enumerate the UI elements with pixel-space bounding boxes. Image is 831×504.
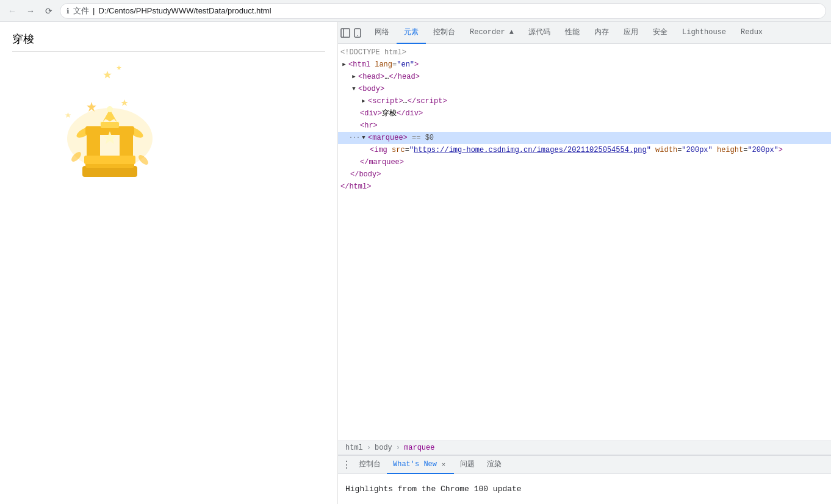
back-button[interactable]: ← (5, 4, 20, 18)
forward-button[interactable]: → (23, 4, 38, 18)
triangle-icon[interactable]: ▶ (360, 98, 367, 105)
breadcrumb-body[interactable]: body (372, 442, 395, 453)
svg-marker-1 (103, 71, 111, 79)
breadcrumb-marquee[interactable]: marquee (401, 442, 437, 453)
reload-button[interactable]: ⟳ (41, 4, 56, 18)
tab-console[interactable]: 控制台 (426, 22, 462, 44)
tab-application[interactable]: 应用 (616, 22, 646, 44)
svg-point-13 (107, 106, 113, 112)
tab-issues[interactable]: 问题 (454, 456, 481, 474)
file-label: 文件 (73, 5, 89, 16)
dom-line[interactable]: ▶ <script> … </script> (338, 95, 831, 107)
svg-marker-19 (121, 99, 128, 106)
svg-marker-18 (65, 112, 71, 118)
dom-line[interactable]: </marquee> (338, 156, 831, 168)
tab-console-bottom[interactable]: 控制台 (353, 456, 387, 474)
breadcrumb-bar: html › body › marquee (338, 441, 831, 455)
browser-toolbar: ← → ⟳ ℹ 文件 | D:/Centos/PHPstudyWWW/testD… (0, 0, 831, 22)
svg-point-25 (357, 35, 358, 36)
svg-marker-3 (117, 65, 121, 70)
bottom-content-text: Highlights from the Chrome 100 update (345, 484, 522, 494)
url-path: D:/Centos/PHPstudyWWW/testData/product.h… (98, 6, 271, 15)
dom-line[interactable]: <div> 穿梭 </div> (338, 107, 831, 120)
img-src-link[interactable]: https://img-home.csdnimg.cn/images/20211… (414, 146, 647, 154)
bottom-panel: ⋮ 控制台 What's New ✕ 问题 渲染 Highlights from… (338, 455, 831, 504)
breadcrumb-sep: › (396, 444, 400, 452)
tab-rendering[interactable]: 渲染 (481, 456, 508, 474)
page-view: 穿梭 (0, 22, 338, 504)
page-marquee (12, 59, 325, 193)
breadcrumb-sep: › (367, 444, 371, 452)
tab-memory[interactable]: 内存 (587, 22, 616, 44)
tab-network[interactable]: 网络 (367, 22, 397, 44)
close-whatsnew-button[interactable]: ✕ (439, 460, 448, 469)
page-hr (12, 51, 325, 52)
dom-line-marquee[interactable]: ··· ▼ <marquee> == $0 (338, 132, 831, 144)
dom-line[interactable]: <!DOCTYPE html> (338, 46, 831, 59)
devtools-tab-bar: 网络 元素 控制台 Recorder ▲ 源代码 性能 内存 应用 安全 Lig… (338, 22, 831, 44)
inspect-icon[interactable] (340, 28, 350, 38)
bottom-content: Highlights from the Chrome 100 update (338, 474, 831, 504)
dom-line[interactable]: </html> (338, 181, 831, 193)
trophy-image (49, 65, 171, 187)
svg-rect-10 (84, 156, 135, 164)
dom-line[interactable]: ▼ <body> (338, 83, 831, 95)
bottom-menu-button[interactable]: ⋮ (340, 459, 353, 471)
dots-menu-button[interactable]: ··· (350, 134, 359, 142)
info-icon: ℹ (67, 7, 70, 15)
url-separator: | (93, 6, 95, 15)
svg-rect-22 (341, 29, 350, 37)
main-area: 穿梭 (0, 22, 831, 504)
tab-security[interactable]: 安全 (646, 22, 675, 44)
device-icon[interactable] (353, 28, 362, 38)
tab-lighthouse[interactable]: Lighthouse (675, 22, 733, 44)
devtools-panel: 网络 元素 控制台 Recorder ▲ 源代码 性能 内存 应用 安全 Lig… (338, 22, 831, 504)
dom-tree: <!DOCTYPE html> ▶ <html lang = "en" > ▶ … (338, 44, 831, 441)
dom-line[interactable]: ▶ <html lang = "en" > (338, 59, 831, 71)
dom-line[interactable]: ▶ <head> … </head> (338, 71, 831, 83)
tab-elements[interactable]: 元素 (397, 22, 426, 44)
tab-whatsnew[interactable]: What's New ✕ (387, 456, 454, 474)
dom-line[interactable]: </body> (338, 168, 831, 181)
tab-recorder[interactable]: Recorder ▲ (462, 22, 521, 44)
tab-sources[interactable]: 源代码 (521, 22, 558, 44)
bottom-tab-bar: ⋮ 控制台 What's New ✕ 问题 渲染 (338, 456, 831, 474)
dom-line-img[interactable]: <img src = "https://img-home.csdnimg.cn/… (338, 144, 831, 156)
triangle-icon[interactable]: ▶ (350, 73, 358, 81)
address-bar[interactable]: ℹ 文件 | D:/Centos/PHPstudyWWW/testData/pr… (60, 3, 826, 19)
tab-redux[interactable]: Redux (733, 22, 770, 44)
triangle-icon[interactable]: ▼ (360, 134, 367, 142)
svg-rect-16 (101, 122, 119, 128)
tab-performance[interactable]: 性能 (558, 22, 587, 44)
triangle-icon[interactable]: ▼ (350, 85, 358, 93)
dom-line[interactable]: <hr> (338, 120, 831, 132)
breadcrumb-html[interactable]: html (343, 442, 365, 453)
triangle-icon[interactable]: ▶ (340, 61, 348, 68)
page-title: 穿梭 (12, 32, 325, 46)
